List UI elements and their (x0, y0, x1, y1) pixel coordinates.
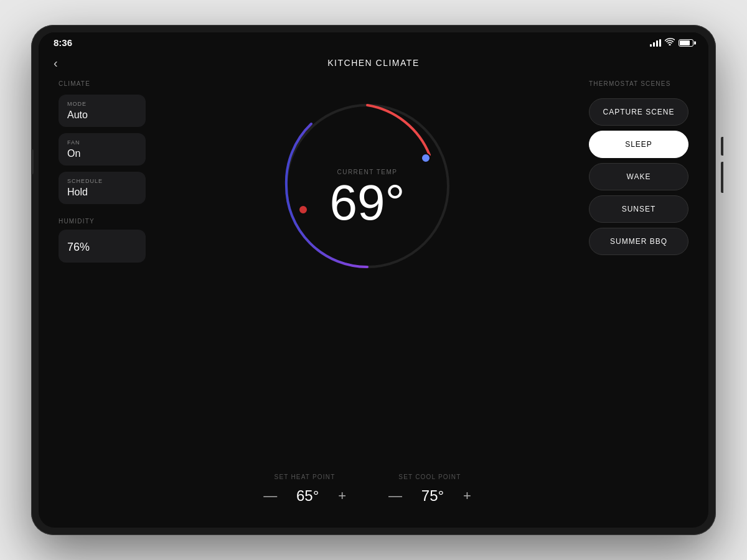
scene-button-2[interactable]: WAKE (589, 163, 688, 190)
schedule-card[interactable]: SCHEDULE Hold (59, 172, 146, 204)
svg-point-2 (421, 154, 430, 162)
svg-point-1 (299, 205, 308, 214)
status-time: 8:36 (54, 37, 72, 48)
mode-label: MODE (67, 101, 137, 107)
humidity-value: 76% (67, 241, 137, 254)
left-panel: CLIMATE MODE Auto FAN On SCHEDULE Hold H… (59, 80, 146, 518)
heat-set-point: SET HEAT POINT — 65° + (261, 474, 349, 505)
cool-controls: — 75° + (386, 487, 474, 505)
thermostat-dial[interactable]: CURRENT TEMP 69° (268, 86, 467, 286)
scene-button-3[interactable]: SUNSET (589, 195, 688, 223)
fan-card[interactable]: FAN On (59, 133, 146, 166)
cool-minus-button[interactable]: — (386, 487, 405, 505)
schedule-value: Hold (67, 187, 137, 198)
scene-button-1[interactable]: SLEEP (589, 131, 688, 158)
heat-minus-button[interactable]: — (261, 487, 280, 505)
climate-section-label: CLIMATE (59, 80, 146, 87)
cool-value: 75° (417, 487, 448, 505)
heat-value: 65° (292, 487, 323, 505)
main-content: CLIMATE MODE Auto FAN On SCHEDULE Hold H… (39, 75, 708, 528)
cool-set-point: SET COOL POINT — 75° + (386, 474, 474, 505)
center-panel: CURRENT TEMP 69° SET HEAT POINT — 65° + (146, 80, 589, 518)
scene-button-0[interactable]: CAPTURE SCENE (589, 98, 688, 126)
temp-display: CURRENT TEMP 69° (330, 169, 405, 228)
side-button-left[interactable] (31, 149, 34, 174)
battery-icon (679, 39, 693, 47)
heat-controls: — 65° + (261, 487, 349, 505)
page-title: KITCHEN CLIMATE (327, 58, 419, 68)
cool-plus-button[interactable]: + (461, 487, 474, 505)
title-bar: ‹ KITCHEN CLIMATE (39, 53, 708, 75)
right-panel: THERMOSTAT SCENES CAPTURE SCENESLEEPWAKE… (589, 80, 688, 518)
scene-button-4[interactable]: SUMMER BBQ (589, 228, 688, 255)
wifi-icon (665, 38, 675, 47)
fan-value: On (67, 148, 137, 159)
mode-card[interactable]: MODE Auto (59, 95, 146, 127)
side-button-right-2[interactable] (721, 162, 723, 193)
heat-plus-button[interactable]: + (336, 487, 349, 505)
status-bar: 8:36 (39, 32, 708, 53)
fan-label: FAN (67, 139, 137, 146)
back-button[interactable]: ‹ (54, 56, 58, 70)
status-icons (650, 38, 693, 47)
scene-buttons: CAPTURE SCENESLEEPWAKESUNSETSUMMER BBQ (589, 98, 688, 260)
scenes-section-label: THERMOSTAT SCENES (589, 80, 688, 87)
humidity-label: HUMIDITY (59, 218, 146, 225)
humidity-card[interactable]: 76% (59, 230, 146, 263)
cool-label: SET COOL POINT (398, 474, 461, 480)
signal-icon (650, 39, 661, 47)
set-points: SET HEAT POINT — 65° + SET COOL POINT — … (261, 474, 474, 518)
side-button-right-1[interactable] (721, 137, 723, 156)
heat-label: SET HEAT POINT (275, 474, 336, 480)
schedule-label: SCHEDULE (67, 178, 137, 184)
current-temp-value: 69° (330, 175, 405, 230)
humidity-section: HUMIDITY 76% (59, 218, 146, 263)
mode-value: Auto (67, 110, 137, 121)
